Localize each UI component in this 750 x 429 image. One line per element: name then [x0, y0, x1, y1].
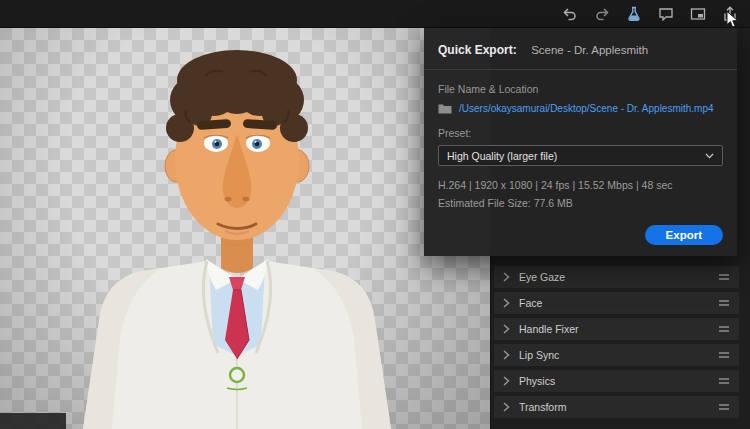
behavior-label: Handle Fixer [519, 323, 579, 335]
preset-label: Preset: [438, 127, 723, 139]
comments-icon[interactable] [658, 6, 674, 22]
redo-icon[interactable] [594, 6, 610, 22]
chevron-right-icon[interactable] [503, 350, 510, 360]
behavior-menu-icon[interactable] [718, 325, 730, 333]
chevron-down-icon [705, 153, 714, 159]
behavior-row-face[interactable]: Face [494, 292, 739, 314]
behavior-label: Lip Sync [519, 349, 559, 361]
format-info: H.264 | 1920 x 1080 | 24 fps | 15.52 Mbp… [438, 179, 723, 191]
preset-value: High Quality (larger file) [447, 150, 557, 162]
behavior-row-transform[interactable]: Transform [494, 396, 739, 418]
behavior-menu-icon[interactable] [718, 403, 730, 411]
stage-corner-shadow [0, 413, 66, 429]
behavior-menu-icon[interactable] [718, 273, 730, 281]
behavior-label: Transform [519, 401, 566, 413]
chevron-right-icon[interactable] [503, 402, 510, 412]
behavior-label: Eye Gaze [519, 271, 565, 283]
quick-export-popup: Quick Export: Scene - Dr. Applesmith Fil… [424, 28, 737, 256]
behavior-label: Physics [519, 375, 555, 387]
flask-icon[interactable] [626, 6, 642, 22]
popup-title: Quick Export: [438, 43, 517, 57]
preset-dropdown[interactable]: High Quality (larger file) [438, 145, 723, 166]
popup-scene-name: Scene - Dr. Applesmith [531, 44, 648, 56]
behavior-row-physics[interactable]: Physics [494, 370, 739, 392]
behavior-menu-icon[interactable] [718, 351, 730, 359]
behavior-row-lip-sync[interactable]: Lip Sync [494, 344, 739, 366]
character-puppet[interactable] [0, 28, 490, 429]
estimated-file-size: Estimated File Size: 77.6 MB [438, 197, 723, 209]
folder-icon [438, 103, 452, 114]
behavior-menu-icon[interactable] [718, 299, 730, 307]
picture-in-picture-icon[interactable] [690, 6, 706, 22]
chevron-right-icon[interactable] [503, 376, 510, 386]
chevron-right-icon[interactable] [503, 324, 510, 334]
behavior-menu-icon[interactable] [718, 377, 730, 385]
undo-icon[interactable] [562, 6, 578, 22]
scene-stage[interactable] [0, 28, 490, 429]
file-location-label: File Name & Location [438, 83, 723, 95]
behavior-row-eye-gaze[interactable]: Eye Gaze [494, 266, 739, 288]
divider [424, 69, 737, 70]
behavior-row-handle-fixer[interactable]: Handle Fixer [494, 318, 739, 340]
behavior-label: Face [519, 297, 542, 309]
chevron-right-icon[interactable] [503, 272, 510, 282]
export-button[interactable]: Export [645, 225, 723, 245]
chevron-right-icon[interactable] [503, 298, 510, 308]
file-path-link[interactable]: /Users/okaysamurai/Desktop/Scene - Dr. A… [459, 103, 714, 114]
app-window: Eye Gaze Face Handle Fixer Lip Sync Phys… [0, 0, 750, 429]
share-export-icon[interactable] [722, 6, 738, 22]
top-toolbar [0, 0, 750, 28]
